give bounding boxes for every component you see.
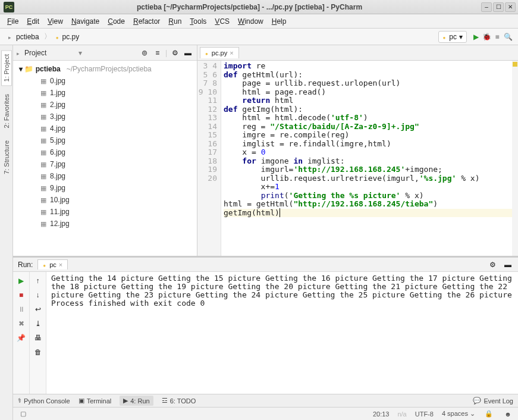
scroll-to-end-button[interactable]: ⤓ (33, 318, 43, 329)
menu-run[interactable]: Run (165, 16, 185, 27)
search-everywhere-button[interactable]: 🔍 (503, 32, 513, 42)
menu-refactor[interactable]: Refactor (130, 16, 164, 27)
run-tab-pc[interactable]: pc × (37, 259, 68, 269)
run-tab-label: pc (49, 261, 56, 268)
pause-button[interactable]: ⏸ (16, 304, 27, 315)
print-button[interactable]: 🖶 (33, 333, 43, 343)
up-stack-button[interactable]: ↑ (33, 275, 43, 286)
run-settings-gear-icon[interactable]: ⚙ (487, 259, 498, 270)
hide-panel-button[interactable]: ▬ (183, 48, 193, 58)
down-stack-button[interactable]: ↓ (33, 290, 43, 300)
soft-wrap-button[interactable]: ↩ (33, 304, 43, 315)
event-log-icon: 💬 (473, 397, 481, 405)
tree-file[interactable]: 2.jpg (13, 99, 197, 111)
tree-file[interactable]: 10.jpg (13, 194, 197, 206)
image-file-icon (40, 184, 46, 192)
code-content[interactable]: import re def getHtml(url): page = urlli… (221, 61, 518, 256)
tree-file[interactable]: 11.jpg (13, 206, 197, 218)
tool-terminal[interactable]: ▣ Terminal (79, 397, 112, 405)
collapse-all-button[interactable]: ⊚ (139, 48, 150, 58)
tree-file[interactable]: 3.jpg (13, 111, 197, 123)
breadcrumb-file-label: pc.py (62, 33, 80, 41)
settings-gear-icon[interactable]: ⚙ (169, 48, 180, 58)
lock-icon[interactable]: 🔒 (484, 409, 494, 419)
menu-navigate[interactable]: Navigate (68, 16, 103, 27)
tree-file[interactable]: 7.jpg (13, 158, 197, 170)
stop-button[interactable]: ■ (492, 32, 503, 42)
tree-file[interactable]: 4.jpg (13, 123, 197, 134)
close-run-tab-button[interactable]: × (59, 261, 62, 268)
tree-file[interactable]: 6.jpg (13, 146, 197, 158)
tree-file[interactable]: 1.jpg (13, 87, 197, 99)
close-window-button[interactable]: ✕ (505, 2, 516, 12)
tool-run[interactable]: ▶ 4: Run (120, 396, 153, 406)
left-tab-2--favorites[interactable]: 2: Favorites (2, 90, 11, 131)
tree-file[interactable]: 12.jpg (13, 218, 197, 230)
terminal-icon: ▣ (79, 397, 84, 405)
menu-edit[interactable]: Edit (23, 16, 43, 27)
menu-vcs[interactable]: VCS (211, 16, 233, 27)
python-file-icon (205, 49, 209, 57)
image-file-icon (40, 89, 46, 97)
tree-file[interactable]: 0.jpg (13, 75, 197, 87)
bottom-toolbar: ⚕ Python Console ▣ Terminal ▶ 4: Run ☲ 6… (13, 394, 518, 407)
breadcrumb-root-label: pctieba (16, 33, 39, 41)
hector-icon[interactable]: ☻ (503, 409, 513, 419)
menu-file[interactable]: File (4, 16, 22, 27)
menu-view[interactable]: View (44, 16, 67, 27)
run-button[interactable]: ▶ (470, 32, 481, 42)
folder-icon (8, 33, 14, 41)
close-run-button[interactable]: ✖ (16, 318, 27, 329)
show-toolwindows-button[interactable]: ▢ (18, 409, 29, 419)
image-file-icon (40, 124, 46, 133)
tree-file[interactable]: 8.jpg (13, 170, 197, 182)
run-configuration-dropdown[interactable]: pc ▾ (438, 31, 467, 43)
line-number-gutter[interactable]: 3 4 5 6 7 8 9 10 11 12 13 14 15 16 17 18… (197, 61, 221, 256)
file-encoding[interactable]: UTF-8 (415, 410, 434, 418)
editor-tab-pc[interactable]: pc.py × (200, 47, 239, 58)
menu-tools[interactable]: Tools (186, 16, 210, 27)
python-icon (43, 261, 47, 268)
debug-button[interactable]: 🐞 (481, 32, 492, 42)
pin-button[interactable]: 📌 (16, 333, 27, 343)
indent-setting[interactable]: 4 spaces ⌄ (442, 410, 475, 418)
minimize-button[interactable]: – (481, 2, 492, 12)
chevron-down-icon[interactable]: ▾ (79, 49, 82, 57)
image-file-icon (40, 77, 46, 85)
code-editor[interactable]: 3 4 5 6 7 8 9 10 11 12 13 14 15 16 17 18… (197, 61, 518, 256)
statusbar: ▢ 20:13 n/a UTF-8 4 spaces ⌄ 🔒 ☻ (13, 407, 518, 420)
error-stripe[interactable] (512, 61, 518, 256)
run-panel: Run: pc × ⚙ ▬ ▶ ■ ⏸ ✖ 📌 (13, 256, 518, 394)
titlebar: PC pctieba [~/PycharmProjects/pctieba] -… (0, 0, 518, 14)
warning-marker-icon[interactable] (513, 62, 517, 67)
tool-event-log[interactable]: 💬 Event Log (473, 397, 513, 405)
python-icon (442, 33, 447, 41)
project-tree[interactable]: ▾ 📁 pctieba~/PycharmProjects/pctieba0.jp… (13, 61, 197, 256)
tree-root[interactable]: ▾ 📁 pctieba~/PycharmProjects/pctieba (13, 63, 197, 75)
menu-help[interactable]: Help (268, 16, 290, 27)
maximize-button[interactable]: ☐ (493, 2, 504, 12)
left-tab-1--project[interactable]: 1: Project (1, 50, 12, 86)
expand-menu-button[interactable]: ≡ (152, 48, 163, 58)
trash-button[interactable]: 🗑 (33, 347, 43, 358)
tree-file[interactable]: 5.jpg (13, 134, 197, 146)
hide-run-panel-button[interactable]: ▬ (503, 259, 513, 270)
menu-code[interactable]: Code (104, 16, 128, 27)
project-panel: Project ▾ ⊚ ≡ | ⚙ ▬ ▾ 📁 pctieba~/Pycharm… (13, 45, 197, 256)
project-panel-title[interactable]: Project (24, 49, 76, 57)
left-tab-7--structure[interactable]: 7: Structure (2, 137, 11, 178)
tool-python-console[interactable]: ⚕ Python Console (18, 397, 70, 405)
close-tab-button[interactable]: × (230, 49, 233, 57)
breadcrumb-file[interactable]: pc.py (52, 32, 83, 42)
stop-run-button[interactable]: ■ (16, 290, 27, 300)
menu-window[interactable]: Window (234, 16, 267, 27)
run-console[interactable]: Getting the 14 picture Getting the 15 pi… (46, 272, 518, 394)
tree-file[interactable]: 9.jpg (13, 182, 197, 194)
image-file-icon (40, 172, 46, 180)
rerun-button[interactable]: ▶ (16, 275, 27, 286)
caret-position[interactable]: 20:13 (373, 410, 390, 418)
image-file-icon (40, 220, 46, 228)
python-file-icon (56, 33, 60, 41)
tool-todo[interactable]: ☲ 6: TODO (162, 397, 196, 405)
breadcrumb-root[interactable]: pctieba (5, 32, 43, 42)
